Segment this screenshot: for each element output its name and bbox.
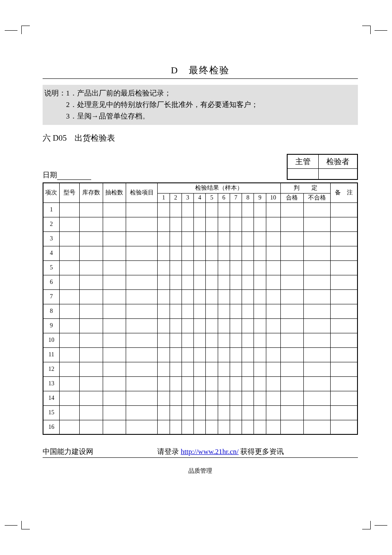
empty-cell bbox=[194, 405, 206, 420]
empty-cell bbox=[170, 304, 182, 318]
empty-cell bbox=[103, 391, 126, 405]
empty-cell bbox=[331, 275, 357, 289]
empty-cell bbox=[126, 304, 158, 318]
empty-cell bbox=[126, 275, 158, 289]
empty-cell bbox=[126, 333, 158, 347]
inspection-table: 项次 型号 库存数 抽检数 检验项目 检验结果（样本） 判 定 备 注 1 2 … bbox=[43, 182, 358, 435]
empty-cell bbox=[254, 333, 266, 347]
empty-cell bbox=[331, 304, 357, 318]
empty-cell bbox=[230, 260, 242, 275]
col-idx: 项次 bbox=[43, 183, 59, 202]
empty-cell bbox=[303, 405, 330, 420]
empty-cell bbox=[103, 231, 126, 246]
header-row: 日期 主管 检验者 bbox=[43, 154, 358, 180]
empty-cell bbox=[126, 405, 158, 420]
col-result-7: 7 bbox=[230, 193, 242, 202]
empty-cell bbox=[242, 347, 254, 362]
empty-cell bbox=[266, 260, 280, 275]
col-result-4: 4 bbox=[194, 193, 206, 202]
footer-login-suffix: 获得更多资讯 bbox=[239, 448, 284, 456]
empty-cell bbox=[254, 420, 266, 434]
empty-cell bbox=[194, 420, 206, 434]
empty-cell bbox=[206, 246, 218, 260]
empty-cell bbox=[331, 289, 357, 304]
empty-cell bbox=[242, 217, 254, 231]
empty-cell bbox=[170, 420, 182, 434]
empty-cell bbox=[59, 420, 79, 434]
empty-cell bbox=[206, 333, 218, 347]
table-row: 5 bbox=[43, 260, 357, 275]
empty-cell bbox=[266, 362, 280, 376]
empty-cell bbox=[242, 333, 254, 347]
inspector-cell bbox=[319, 168, 358, 179]
empty-cell bbox=[254, 217, 266, 231]
empty-cell bbox=[206, 405, 218, 420]
empty-cell bbox=[254, 289, 266, 304]
empty-cell bbox=[126, 376, 158, 391]
empty-cell bbox=[206, 304, 218, 318]
empty-cell bbox=[59, 405, 79, 420]
empty-cell bbox=[242, 362, 254, 376]
col-result-8: 8 bbox=[242, 193, 254, 202]
empty-cell bbox=[303, 231, 330, 246]
footer-link[interactable]: http://www.21hr.cn/ bbox=[181, 448, 239, 456]
empty-cell bbox=[126, 347, 158, 362]
empty-cell bbox=[158, 405, 170, 420]
empty-cell bbox=[80, 304, 103, 318]
empty-cell bbox=[266, 333, 280, 347]
empty-cell bbox=[303, 260, 330, 275]
empty-cell bbox=[80, 217, 103, 231]
empty-cell bbox=[194, 362, 206, 376]
empty-cell bbox=[218, 246, 230, 260]
empty-cell bbox=[182, 304, 193, 318]
table-row: 4 bbox=[43, 246, 357, 260]
empty-cell bbox=[59, 275, 79, 289]
empty-cell bbox=[182, 231, 193, 246]
empty-cell bbox=[230, 376, 242, 391]
empty-cell bbox=[280, 391, 303, 405]
empty-cell bbox=[266, 318, 280, 333]
empty-cell bbox=[254, 405, 266, 420]
empty-cell bbox=[266, 405, 280, 420]
empty-cell bbox=[303, 246, 330, 260]
empty-cell bbox=[254, 246, 266, 260]
empty-cell bbox=[182, 202, 193, 217]
empty-cell bbox=[230, 275, 242, 289]
empty-cell bbox=[80, 289, 103, 304]
empty-cell bbox=[230, 217, 242, 231]
empty-cell bbox=[194, 318, 206, 333]
empty-cell bbox=[158, 304, 170, 318]
empty-cell bbox=[59, 260, 79, 275]
empty-cell bbox=[266, 246, 280, 260]
empty-cell bbox=[194, 231, 206, 246]
empty-cell bbox=[280, 333, 303, 347]
table-row: 1 bbox=[43, 202, 357, 217]
col-model: 型号 bbox=[59, 183, 79, 202]
empty-cell bbox=[303, 420, 330, 434]
empty-cell bbox=[303, 391, 330, 405]
empty-cell bbox=[266, 289, 280, 304]
empty-cell bbox=[170, 202, 182, 217]
empty-cell bbox=[59, 391, 79, 405]
empty-cell bbox=[206, 202, 218, 217]
empty-cell bbox=[170, 347, 182, 362]
table-row: 2 bbox=[43, 217, 357, 231]
empty-cell bbox=[126, 202, 158, 217]
row-idx: 8 bbox=[43, 304, 59, 318]
footer-org: 中国能力建设网 bbox=[43, 448, 93, 456]
empty-cell bbox=[103, 246, 126, 260]
empty-cell bbox=[242, 318, 254, 333]
empty-cell bbox=[254, 318, 266, 333]
empty-cell bbox=[80, 405, 103, 420]
empty-cell bbox=[331, 217, 357, 231]
empty-cell bbox=[218, 289, 230, 304]
row-idx: 3 bbox=[43, 231, 59, 246]
empty-cell bbox=[103, 318, 126, 333]
col-result-2: 2 bbox=[170, 193, 182, 202]
inspector-header: 检验者 bbox=[319, 154, 358, 169]
empty-cell bbox=[194, 275, 206, 289]
page-title: D 最终检验 bbox=[43, 64, 358, 79]
table-row: 16 bbox=[43, 420, 357, 434]
instruction-line-1: 说明：1．产品出厂前的最后检验记录； bbox=[44, 87, 356, 99]
empty-cell bbox=[126, 289, 158, 304]
